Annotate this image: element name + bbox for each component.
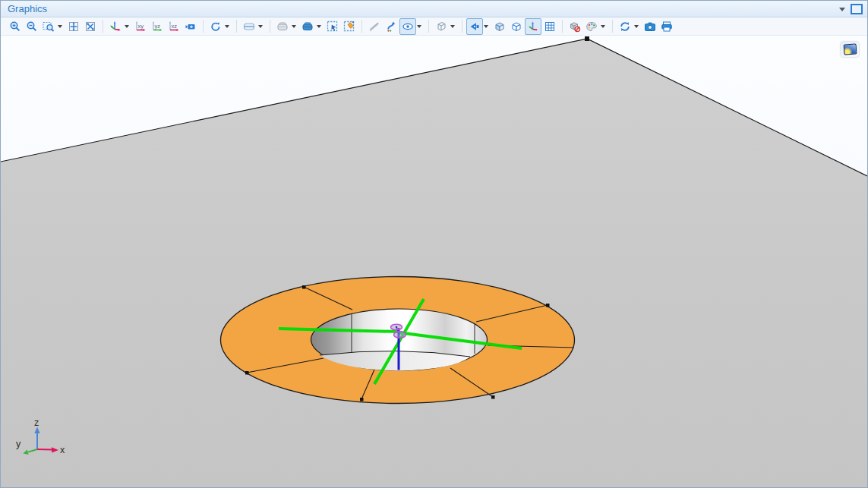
print-icon xyxy=(661,20,673,33)
toolbar-separator xyxy=(612,20,613,33)
surface-box-icon xyxy=(494,20,506,33)
wireframe-cube-icon xyxy=(435,20,447,33)
clip-plane-caret[interactable] xyxy=(292,25,296,28)
toolbar-separator xyxy=(462,20,462,33)
clip-plane-active-icon xyxy=(301,20,314,33)
zoom-out-button[interactable] xyxy=(24,18,40,35)
toolbar-separator xyxy=(562,20,563,33)
toolbar-separator xyxy=(428,20,429,33)
select-hidden-button[interactable] xyxy=(366,18,383,35)
graphics-toolbar: xy yz xz xyxy=(1,17,867,36)
deselect-box-icon xyxy=(343,20,355,33)
zoom-to-selection-button[interactable] xyxy=(82,18,99,35)
clip-plane-button[interactable] xyxy=(274,18,291,35)
default-view-icon xyxy=(109,20,122,33)
comsol-logo-icon xyxy=(843,43,857,55)
wireframe-rendering-button[interactable] xyxy=(433,18,450,35)
previous-selection-icon xyxy=(385,20,397,33)
select-hidden-icon xyxy=(368,20,380,33)
svg-text:yz: yz xyxy=(155,23,161,30)
xy-view-icon: xy xyxy=(134,20,147,33)
zoom-out-icon xyxy=(26,20,38,33)
surface-rendering-button[interactable] xyxy=(491,18,508,35)
color-palette-button[interactable] xyxy=(583,18,600,35)
xz-view-icon: xz xyxy=(168,20,180,33)
zoom-box-button[interactable] xyxy=(40,18,57,35)
go-to-xy-view-button[interactable]: xy xyxy=(132,18,149,35)
titlebar: Graphics xyxy=(1,1,867,17)
toolbar-separator xyxy=(236,20,237,33)
deselect-box-button[interactable] xyxy=(341,18,358,35)
zoom-box-caret[interactable] xyxy=(58,25,62,28)
zoom-extents-button[interactable] xyxy=(65,18,82,35)
eye-icon xyxy=(402,20,414,33)
snapshot-camera-icon xyxy=(644,20,656,33)
scene-light-button[interactable] xyxy=(241,18,257,35)
yz-view-icon: yz xyxy=(151,20,163,33)
outline-rendering-button[interactable] xyxy=(508,18,525,35)
show-grid-button[interactable] xyxy=(541,18,558,35)
toolbar-separator xyxy=(270,20,270,33)
svg-text:xz: xz xyxy=(172,23,178,30)
wireframe-rendering-caret[interactable] xyxy=(450,25,455,28)
scene-light-caret[interactable] xyxy=(258,25,263,28)
svg-text:xy: xy xyxy=(138,23,144,30)
clip-plane-active-button[interactable] xyxy=(299,18,316,35)
default-view-caret[interactable] xyxy=(125,25,129,28)
plate-vertex[interactable] xyxy=(585,36,589,41)
select-box-icon xyxy=(327,20,339,33)
reset-view-button[interactable] xyxy=(617,18,633,35)
clip-plane-icon xyxy=(276,20,289,33)
go-to-default-view-button[interactable] xyxy=(107,18,124,35)
scene-3d[interactable]: z x y xyxy=(1,36,867,487)
titlebar-menu-caret[interactable] xyxy=(839,8,845,11)
hide-geometry-button[interactable] xyxy=(567,18,583,35)
view-visibility-caret[interactable] xyxy=(417,25,421,28)
zoom-to-selection-icon xyxy=(84,20,96,33)
show-axis-orientation-button[interactable] xyxy=(525,18,541,35)
comsol-logo-button[interactable] xyxy=(841,42,859,57)
scene-camera-icon xyxy=(185,20,197,33)
reset-view-caret[interactable] xyxy=(634,25,639,28)
zoom-in-button[interactable] xyxy=(7,18,24,35)
go-to-xz-view-button[interactable]: xz xyxy=(166,18,182,35)
plate-surface[interactable] xyxy=(1,39,867,487)
rotate-icon xyxy=(210,20,222,33)
grid-icon xyxy=(544,20,556,33)
color-palette-caret[interactable] xyxy=(601,25,605,28)
snapshot-button[interactable] xyxy=(642,18,658,35)
zoom-box-icon xyxy=(43,20,55,33)
clip-plane-active-caret[interactable] xyxy=(317,25,321,28)
toolbar-separator xyxy=(361,20,362,33)
view-direction-caret[interactable] xyxy=(484,25,488,28)
view-direction-button[interactable] xyxy=(466,18,483,35)
select-box-button[interactable] xyxy=(324,18,341,35)
reset-view-icon xyxy=(619,20,631,33)
go-to-yz-view-button[interactable]: yz xyxy=(149,18,166,35)
rotate-caret[interactable] xyxy=(225,25,229,28)
view-direction-icon xyxy=(469,20,481,33)
hide-geometry-icon xyxy=(569,20,581,33)
scene-camera-button[interactable] xyxy=(182,18,199,35)
axis-label-y: y xyxy=(16,439,21,449)
zoom-in-icon xyxy=(9,20,21,33)
toolbar-separator xyxy=(103,20,103,33)
scene-light-icon xyxy=(243,20,255,33)
axis-orientation-icon xyxy=(527,20,539,33)
graphics-window: Graphics xy yz xz xyxy=(0,0,868,488)
zoom-extents-icon xyxy=(68,20,80,33)
toolbar-separator xyxy=(203,20,204,33)
print-button[interactable] xyxy=(658,18,675,35)
window-title: Graphics xyxy=(1,3,47,14)
axis-label-x: x xyxy=(60,445,65,455)
color-palette-icon xyxy=(586,20,598,33)
graphics-viewport[interactable]: z x y xyxy=(1,36,867,487)
view-visibility-button[interactable] xyxy=(399,18,416,35)
outline-box-icon xyxy=(510,20,522,33)
rotate-button[interactable] xyxy=(207,18,224,35)
axis-label-z: z xyxy=(34,417,39,428)
previous-selection-button[interactable] xyxy=(383,18,399,35)
float-window-button[interactable] xyxy=(851,4,863,14)
